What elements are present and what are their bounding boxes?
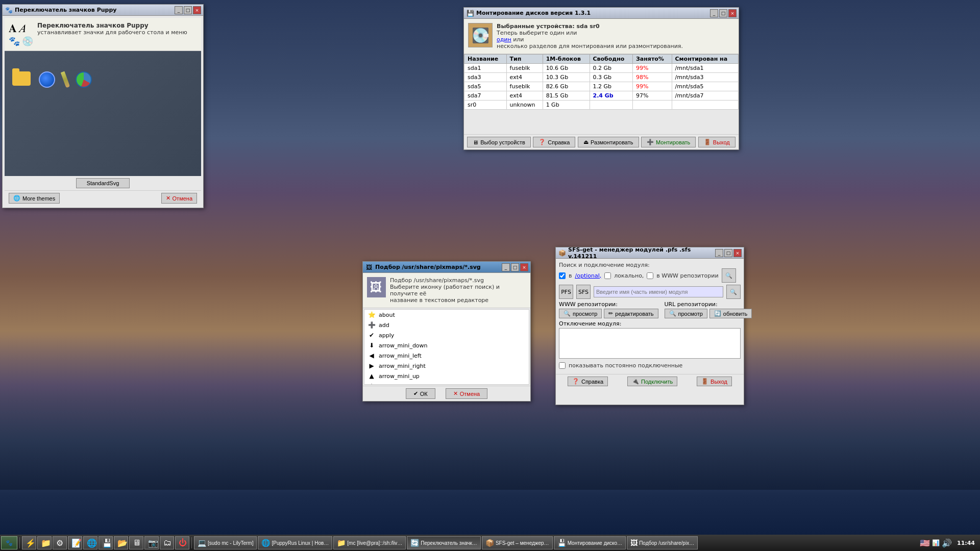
select-devices-btn[interactable]: 🖥 Выбор устройств	[467, 137, 531, 147]
puppy-icon-row-top: 𝐀 𝐴	[9, 22, 33, 35]
table-row[interactable]: sda1 fuseblk 10.6 Gb 0.2 Gb 99% /mnt/sda…	[464, 64, 739, 73]
sfs-www-checkbox[interactable]	[647, 272, 653, 279]
sfs-browse1-btn[interactable]: 🔍 просмотр	[559, 309, 602, 318]
picker-titlebar[interactable]: 🖼 Подбор /usr/share/pixmaps/*.svg _ □ ×	[363, 262, 530, 273]
taskbar-apps-btn[interactable]: ⚡	[22, 536, 36, 549]
sfs-search-icon-btn[interactable]: 🔍	[722, 268, 736, 283]
item-icon: ⬇	[368, 341, 376, 349]
disk-maximize-btn[interactable]: □	[719, 9, 727, 17]
picker-close-btn[interactable]: ×	[520, 263, 528, 271]
desktop-icon-globe[interactable]	[39, 71, 55, 88]
picker-maximize-btn[interactable]: □	[511, 263, 519, 271]
list-item[interactable]: ⭐ about	[364, 310, 529, 320]
taskbar-start-btn[interactable]: 🐾	[1, 536, 17, 549]
taskbar-item-disk[interactable]: 💾 Монтирование диско…	[554, 536, 626, 549]
table-row[interactable]: sda5 fuseblk 82.6 Gb 1.2 Gb 99% /mnt/sda…	[464, 82, 739, 91]
list-item[interactable]: ▶ arrow_mini_right	[364, 361, 529, 371]
list-item[interactable]: ▲ arrow_mini_up	[364, 371, 529, 381]
sfs-exit-btn[interactable]: 🚪 Выход	[697, 377, 732, 386]
desktop-icon-pen[interactable]	[63, 71, 67, 88]
disk-minimize-btn[interactable]: _	[710, 9, 718, 17]
taskbar-notepad-btn[interactable]: 📝	[68, 536, 82, 549]
puppy-titlebar[interactable]: 🐾 Переключатель значков Puppy _ □ ×	[3, 5, 203, 16]
puppy-minimize-btn[interactable]: _	[175, 6, 183, 14]
disk-mount-cell: /mnt/sda7	[672, 91, 738, 101]
flag-icon[interactable]: 🇺🇸	[920, 538, 930, 548]
list-item[interactable]: ✔ apply	[364, 330, 529, 340]
taskbar-drive-btn[interactable]: 💾	[99, 536, 113, 549]
disk-tray-icon: 💾	[557, 539, 566, 547]
taskbar-globe-btn[interactable]: 🌐	[83, 536, 97, 549]
list-item[interactable]: ◀ arrow_mini_left	[364, 350, 529, 361]
taskbar-screen-btn[interactable]: 🖥	[129, 536, 143, 549]
sfs-close-btn[interactable]: ×	[733, 249, 742, 257]
picker-minimize-btn[interactable]: _	[502, 263, 510, 271]
taskbar-files-btn[interactable]: 📁	[37, 536, 52, 549]
sfs-connect-btn[interactable]: 🔌 Подключить	[627, 377, 677, 386]
sfs-disconnect-textarea[interactable]	[559, 328, 741, 359]
sfs-edit-btn[interactable]: ✏ редактировать	[604, 309, 658, 318]
sfs-titlebar[interactable]: 📦 SFS-get - менеджер модулей .pfs .sfs v…	[556, 247, 744, 259]
picker-list[interactable]: ⭐ about ➕ add ✔ apply ⬇ arrow_mini_down …	[364, 309, 529, 385]
sfs-help-btn[interactable]: ❓ Справка	[568, 377, 608, 386]
cancel-button[interactable]: ✕ Отмена	[161, 193, 197, 204]
sfs-browse2-btn[interactable]: 🔍 просмотр	[665, 309, 707, 318]
taskbar-settings-btn[interactable]: ⚙	[53, 536, 67, 549]
sfs-minimize-btn[interactable]: _	[715, 249, 723, 257]
taskbar-item-mc[interactable]: 📁 [mc [live@pra]::/sh:/liv…	[333, 536, 406, 549]
more-themes-button[interactable]: 🌐 More themes	[9, 193, 60, 204]
sfs-in-label: в	[569, 272, 572, 279]
taskbar-folder2-btn[interactable]: 🗂	[160, 536, 174, 549]
theme-name-button[interactable]: StandardSvg	[76, 178, 130, 188]
network-monitor-icon[interactable]: 📊	[932, 539, 940, 546]
volume-icon[interactable]: 🔊	[942, 538, 952, 548]
sfs-pfs-btn[interactable]: PFS	[559, 285, 573, 299]
disk-close-btn[interactable]: ×	[728, 9, 737, 17]
disk-help-btn[interactable]: ❓ Справка	[533, 137, 575, 147]
browser-tray-icon: 🌐	[261, 539, 270, 547]
table-row[interactable]: sda7 ext4 81.5 Gb 2.4 Gb 97% /mnt/sda7	[464, 91, 739, 101]
item-name: arrow_mini_down	[379, 342, 428, 349]
globe-icon	[39, 71, 55, 88]
sfs-module-search-input[interactable]	[594, 286, 723, 297]
sfs-search-btn[interactable]: 🔍	[726, 285, 741, 299]
puppy-maximize-btn[interactable]: □	[184, 6, 192, 14]
pen-icon	[61, 71, 70, 88]
taskbar-item-picker[interactable]: 🖼 Подбор /usr/share/pix…	[627, 536, 698, 549]
unmount-btn[interactable]: ⏏ Размонтировать	[578, 137, 639, 147]
list-item[interactable]: ⬇ arrow_mini_down	[364, 340, 529, 350]
taskbar-item-browser[interactable]: 🌐 [PuppyRus Linux | Нов…	[258, 536, 332, 549]
taskbar-item-sfs[interactable]: 📦 SFS-get – менеджер…	[482, 536, 553, 549]
puppy-header-icons: 𝐀 𝐴 🐾 💿	[9, 22, 33, 46]
taskbar-item-terminal[interactable]: 💻 [sudo mc - LilyTerm]	[194, 536, 257, 549]
table-row[interactable]: sda3 ext4 10.3 Gb 0.3 Gb 98% /mnt/sda3	[464, 73, 739, 82]
devices-icon: 🖥	[473, 139, 478, 145]
sfs-in-checkbox[interactable]	[559, 272, 566, 279]
disk-exit-btn[interactable]: 🚪 Выход	[698, 137, 736, 147]
sfs-show-connected-checkbox[interactable]	[559, 362, 566, 369]
desktop-icon-folder[interactable]	[12, 71, 31, 86]
taskbar-filesmgr-btn[interactable]: 📂	[114, 536, 128, 549]
sfs-title-text: SFS-get - менеджер модулей .pfs .sfs v.1…	[568, 246, 715, 260]
puppy-close-btn[interactable]: ×	[193, 6, 201, 14]
taskbar-camera-btn[interactable]: 📷	[144, 536, 159, 549]
disk-titlebar[interactable]: 💾 Монтирование дисков версия 1.3.1 _ □ ×	[464, 8, 739, 19]
sfs-optional-link[interactable]: /optional,	[575, 272, 601, 279]
select-one-link[interactable]: один	[497, 36, 511, 43]
picker-cancel-btn[interactable]: ✕ Отмена	[446, 388, 487, 399]
disk-free-cell: 0.3 Gb	[590, 73, 632, 82]
sfs-local-checkbox[interactable]	[604, 272, 611, 279]
picker-ok-btn[interactable]: ✔ ОК	[406, 388, 435, 399]
sfs-sfs-btn[interactable]: SFS	[576, 285, 591, 299]
mount-btn[interactable]: ➕ Монтировать	[641, 137, 696, 147]
list-item[interactable]: ➕ add	[364, 320, 529, 330]
list-item[interactable]: ♪ audio	[364, 381, 529, 385]
sfs-maximize-btn[interactable]: □	[724, 249, 732, 257]
taskbar-item-switcher[interactable]: 🔄 Переключатель значк…	[407, 536, 481, 549]
sfs-update-btn[interactable]: 🔄 обновить	[709, 309, 752, 318]
item-name: add	[379, 322, 389, 329]
desktop-icon-pie[interactable]	[76, 71, 92, 88]
col-type: Тип	[506, 55, 543, 64]
table-row[interactable]: sr0 unknown 1 Gb	[464, 101, 739, 110]
taskbar-power-btn[interactable]: ⏻	[175, 536, 189, 549]
